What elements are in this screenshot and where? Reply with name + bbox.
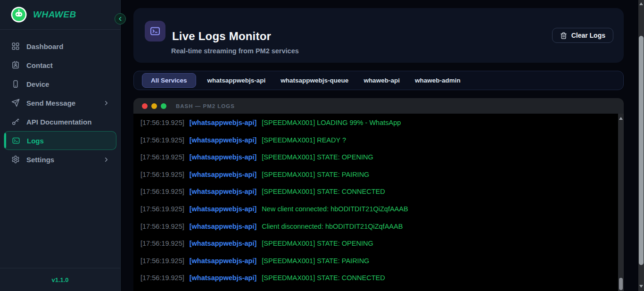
- terminal-title: BASH — PM2 LOGS: [176, 103, 235, 109]
- clear-logs-label: Clear Logs: [571, 32, 605, 39]
- scroll-up-arrow-icon[interactable]: [619, 117, 623, 120]
- page-title: Live Logs Monitor: [172, 30, 299, 43]
- main-area: Live Logs Monitor Real-time streaming fr…: [121, 0, 644, 291]
- gear-icon: [11, 155, 20, 164]
- log-service: [whatsappwebjs-api]: [190, 171, 257, 178]
- log-message: [SPEEDMAX001] STATE: CONNECTED: [262, 274, 385, 282]
- traffic-light-yellow-icon: [151, 103, 157, 109]
- brand-title: WHAWEB: [33, 9, 76, 20]
- grid-icon: [11, 42, 20, 50]
- log-service: [whatsappwebjs-api]: [190, 119, 257, 126]
- tab-whaweb-admin[interactable]: whaweb-admin: [411, 77, 464, 84]
- page-header-card: Live Logs Monitor Real-time streaming fr…: [133, 8, 624, 63]
- log-message: Client disconnected: hbODITDIT21QiZqfAAA…: [262, 223, 403, 230]
- sidebar-item-label: API Documentation: [26, 118, 91, 126]
- sidebar: WHAWEB DashboardContactDeviceSend Messag…: [0, 0, 121, 291]
- sidebar-menu: DashboardContactDeviceSend MessageAPI Do…: [4, 37, 116, 169]
- terminal-header: BASH — PM2 LOGS: [133, 98, 624, 114]
- trash-icon: [560, 32, 567, 39]
- whaweb-logo-icon: [10, 6, 27, 23]
- log-service: [whatsappwebjs-api]: [190, 274, 257, 282]
- log-row: [17:56:19.925][whatsappwebjs-api][SPEEDM…: [140, 166, 618, 183]
- sidebar-item-label: Settings: [26, 156, 54, 164]
- traffic-light-red-icon: [142, 103, 148, 109]
- browser-scrollbar-thumb[interactable]: [639, 36, 644, 265]
- log-message: [SPEEDMAX001] STATE: CONNECTED: [262, 188, 385, 195]
- log-message: [SPEEDMAX001] STATE: OPENING: [262, 240, 373, 247]
- log-timestamp: [17:56:19.925]: [140, 188, 184, 195]
- log-row: [17:56:19.925][whatsappwebjs-api][SPEEDM…: [140, 269, 618, 287]
- terminal-window-icon: [145, 21, 165, 42]
- sidebar-item-dashboard[interactable]: Dashboard: [4, 37, 116, 56]
- sidebar-item-label: Device: [26, 80, 49, 88]
- tab-whaweb-api[interactable]: whaweb-api: [360, 77, 404, 84]
- sidebar-item-device[interactable]: Device: [4, 75, 116, 93]
- log-service: [whatsappwebjs-api]: [190, 136, 257, 144]
- log-row: [17:56:19.925][whatsappwebjs-api][SPEEDM…: [140, 252, 618, 270]
- phone-icon: [11, 80, 20, 88]
- log-service: [whatsappwebjs-api]: [190, 223, 257, 230]
- log-service: [whatsappwebjs-api]: [190, 205, 257, 213]
- sidebar-item-label: Dashboard: [26, 42, 63, 50]
- sidebar-logo-row: WHAWEB: [0, 0, 120, 30]
- log-message: [SPEEDMAX001] STATE: PAIRING: [262, 257, 369, 265]
- log-timestamp: [17:56:19.925]: [140, 153, 184, 161]
- log-message: New client connected: hbODITDIT21QiZqfAA…: [262, 205, 408, 213]
- page-subtitle: Real-time streaming from PM2 services: [171, 47, 299, 55]
- log-message: [SPEEDMAX001] LOADING 99% - WhatsApp: [262, 119, 401, 126]
- sidebar-item-contact[interactable]: Contact: [4, 56, 116, 75]
- log-row: [17:56:19.925][whatsappwebjs-api][SPEEDM…: [140, 235, 618, 252]
- paper-plane-icon: [11, 99, 20, 107]
- key-icon: [11, 117, 20, 126]
- log-timestamp: [17:56:19.925]: [140, 240, 184, 247]
- sidebar-item-logs[interactable]: Logs: [4, 131, 116, 150]
- log-timestamp: [17:56:19.925]: [140, 171, 184, 178]
- terminal-icon: [12, 136, 20, 145]
- sidebar-item-label: Send Message: [26, 99, 75, 107]
- scrollbar-up-arrow-icon[interactable]: [639, 2, 643, 5]
- log-timestamp: [17:56:19.925]: [140, 119, 184, 126]
- log-timestamp: [17:56:19.925]: [140, 257, 184, 265]
- log-output: [17:56:19.925][whatsappwebjs-api][SPEEDM…: [133, 114, 618, 291]
- chevron-left-icon: [117, 16, 123, 22]
- log-message: [SPEEDMAX001] STATE: OPENING: [262, 153, 373, 161]
- sidebar-collapse-button[interactable]: [115, 13, 126, 25]
- sidebar-item-settings[interactable]: Settings: [4, 150, 116, 169]
- log-row: [17:56:19.925][whatsappwebjs-api]Client …: [140, 218, 618, 235]
- log-row: [17:56:19.925][whatsappwebjs-api][SPEEDM…: [140, 183, 618, 200]
- tab-all-services[interactable]: All Services: [142, 73, 196, 88]
- sidebar-item-label: Logs: [27, 137, 44, 145]
- sidebar-item-label: Contact: [26, 61, 53, 69]
- chevron-right-icon: [103, 156, 110, 163]
- scrollbar-down-arrow-icon[interactable]: [639, 285, 643, 288]
- sidebar-item-send-message[interactable]: Send Message: [4, 93, 116, 112]
- browser-scrollbar[interactable]: [638, 0, 644, 291]
- log-service: [whatsappwebjs-api]: [190, 240, 257, 247]
- terminal-scrollbar-thumb[interactable]: [619, 278, 623, 290]
- sidebar-item-api-documentation[interactable]: API Documentation: [4, 112, 116, 131]
- app-version: v1.1.0: [51, 276, 68, 283]
- log-service: [whatsappwebjs-api]: [190, 188, 257, 195]
- tab-whatsappwebjs-queue[interactable]: whatsappwebjs-queue: [277, 77, 352, 84]
- log-terminal: BASH — PM2 LOGS [17:56:19.925][whatsappw…: [133, 98, 624, 291]
- log-timestamp: [17:56:19.925]: [140, 223, 184, 230]
- log-row: [17:56:19.925][whatsappwebjs-api]New cli…: [140, 200, 618, 218]
- log-message: [SPEEDMAX001] STATE: PAIRING: [262, 171, 369, 178]
- sidebar-footer: v1.1.0: [0, 268, 120, 291]
- log-row: [17:56:19.925][whatsappwebjs-api][SPEEDM…: [140, 114, 618, 132]
- log-service: [whatsappwebjs-api]: [190, 153, 257, 161]
- log-row: [17:56:19.925][whatsappwebjs-api][SPEEDM…: [140, 132, 618, 149]
- log-timestamp: [17:56:19.925]: [140, 205, 184, 213]
- log-message: [SPEEDMAX001] READY ?: [262, 136, 346, 144]
- chevron-right-icon: [103, 100, 110, 107]
- service-tabs-bar: All Serviceswhatsappwebjs-apiwhatsappweb…: [133, 71, 624, 90]
- clear-logs-button[interactable]: Clear Logs: [552, 28, 613, 43]
- contact-card-icon: [11, 61, 20, 69]
- terminal-scrollbar[interactable]: [618, 114, 624, 291]
- log-timestamp: [17:56:19.925]: [140, 136, 184, 144]
- log-service: [whatsappwebjs-api]: [190, 257, 257, 265]
- log-timestamp: [17:56:19.925]: [140, 274, 184, 282]
- log-row: [17:56:19.925][whatsappwebjs-api][SPEEDM…: [140, 149, 618, 166]
- tab-whatsappwebjs-api[interactable]: whatsappwebjs-api: [204, 77, 270, 84]
- traffic-light-green-icon: [161, 103, 166, 109]
